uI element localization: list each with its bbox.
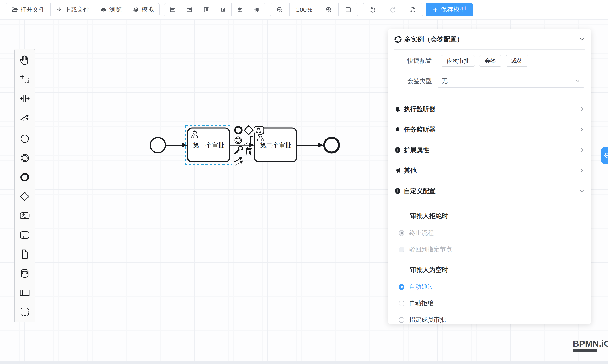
radio-terminate-process[interactable]: 终止流程 [394,229,585,237]
align-right-button[interactable] [181,3,198,16]
file-button-group: 打开文件 下载文件 浏览 模拟 [6,3,159,16]
align-top-button[interactable] [198,3,215,16]
space-tool-icon [19,93,30,104]
open-file-button[interactable]: 打开文件 [6,3,51,16]
align-middle-vertical-button[interactable] [248,3,265,16]
append-text-annotation-icon[interactable] [251,136,253,144]
panel-header[interactable]: 多实例（会签配置） [394,29,585,50]
radio-icon[interactable] [399,247,405,252]
radio-auto-pass[interactable]: 自动通过 [394,283,585,291]
restart-icon [410,6,416,13]
pool-icon [19,287,30,298]
append-gateway-icon[interactable] [244,126,253,135]
align-top-icon [203,7,210,13]
create-intermediate-event[interactable] [14,148,35,168]
chevron-down-icon[interactable] [579,36,585,42]
append-task-icon[interactable] [254,127,264,134]
task-first-approval[interactable]: 第一个审批 [188,128,229,162]
chevron-right-icon [579,147,585,153]
redo-button[interactable] [383,3,403,16]
plus-icon [432,7,438,13]
section-other[interactable]: 其他 [394,160,585,181]
create-start-event[interactable] [14,129,35,148]
quick-config-row: 快捷配置 依次审批 会签 或签 [394,55,585,66]
append-end-event-icon[interactable] [235,127,242,133]
wrench-icon[interactable] [235,146,243,154]
end-event[interactable] [324,138,339,153]
global-connect-tool[interactable] [14,108,35,127]
bell-icon [394,105,401,113]
lasso-icon [19,74,30,85]
space-tool[interactable] [14,89,35,108]
sign-type-select[interactable]: 无 [437,75,585,88]
create-user-task[interactable] [14,206,35,225]
align-bottom-button[interactable] [214,3,232,16]
fit-viewport-button[interactable] [338,3,358,16]
section-execution-listener[interactable]: 执行监听器 [394,99,585,119]
sequential-approval-button[interactable]: 依次审批 [441,55,475,66]
task-label: 第二个审批 [260,142,291,149]
zoom-level-value: 100% [296,6,312,13]
save-model-button[interactable]: 保存模型 [426,3,473,16]
undo-button[interactable] [363,3,383,16]
or-sign-button[interactable]: 或签 [506,55,528,66]
hand-tool[interactable] [14,50,35,69]
create-data-store[interactable] [14,264,35,283]
intermediate-event-icon [19,153,30,163]
end-event-icon [19,172,30,182]
section-extended-properties[interactable]: 扩展属性 [394,140,585,160]
restart-button[interactable] [403,3,423,16]
create-group[interactable] [14,302,35,321]
radio-return-to-node[interactable]: 驳回到指定节点 [394,245,585,254]
zoom-out-button[interactable] [270,3,290,16]
group-icon [19,307,30,317]
settings-edge-tab[interactable] [601,147,608,164]
sequence-flow-end[interactable] [296,143,324,148]
zoom-level[interactable]: 100% [289,3,319,16]
append-intermediate-event-icon[interactable] [235,137,241,144]
section-label: 任务监听器 [404,125,436,134]
zoom-in-button[interactable] [319,3,339,16]
bpmn-io-watermark[interactable]: BPMN.iO [573,339,608,352]
radio-assign-member[interactable]: 指定成员审批 [394,316,585,324]
section-task-listener[interactable]: 任务监听器 [394,119,585,140]
countersign-button[interactable]: 会签 [479,55,502,66]
radio-icon[interactable] [399,230,405,236]
start-event[interactable] [150,138,165,153]
toolbar: 打开文件 下载文件 浏览 模拟 [0,0,608,19]
open-file-label: 打开文件 [20,5,45,14]
section-label: 扩展属性 [404,146,429,155]
trash-icon[interactable] [246,147,252,155]
align-right-icon [186,7,193,13]
radio-icon[interactable] [399,284,405,290]
sign-type-value: 无 [441,77,448,85]
chevron-right-icon [579,106,585,112]
align-left-icon [170,7,176,13]
section-custom-config[interactable]: 自定义配置 [394,181,585,201]
chevron-down-icon [579,188,585,194]
create-gateway[interactable] [14,187,35,206]
align-center-horizontal-button[interactable] [231,3,249,16]
chevron-down-icon [575,78,581,84]
radio-auto-reject[interactable]: 自动拒绝 [394,299,585,308]
chip-icon [133,7,139,13]
eye-icon [100,7,107,13]
create-pool[interactable] [14,283,35,302]
sequence-flow-start[interactable] [165,143,188,148]
data-object-icon [19,249,30,260]
radio-icon[interactable] [399,317,405,323]
plus-circle-icon [394,146,401,154]
bpmn-io-logo-bar [573,350,597,352]
save-model-label: 保存模型 [441,5,466,14]
lasso-tool[interactable] [14,69,35,89]
align-left-button[interactable] [164,3,181,16]
create-end-event[interactable] [14,168,35,187]
download-file-button[interactable]: 下载文件 [50,3,95,16]
redo-icon [389,6,396,13]
create-subprocess[interactable] [14,225,35,245]
radio-icon[interactable] [399,301,405,306]
create-data-object[interactable] [14,245,35,264]
simulate-button[interactable]: 模拟 [127,3,159,16]
horizontal-scrollbar[interactable] [0,361,608,364]
preview-button[interactable]: 浏览 [95,3,127,16]
